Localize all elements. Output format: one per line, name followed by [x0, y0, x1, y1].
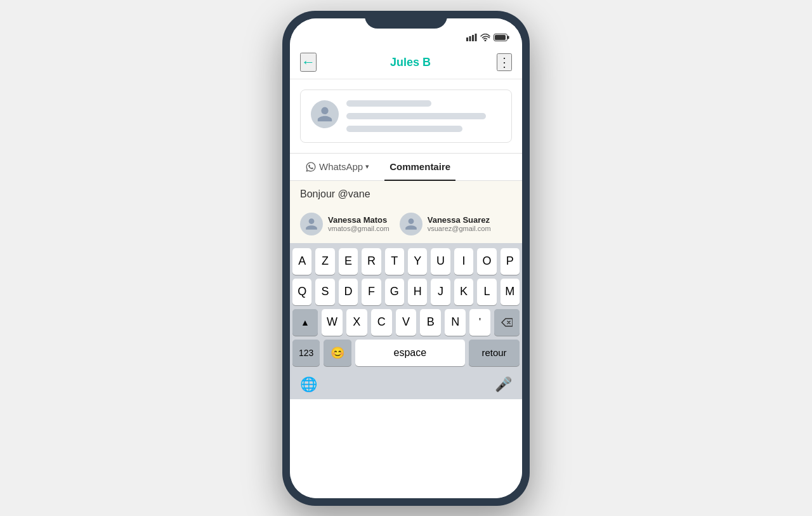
key-j[interactable]: J — [431, 279, 450, 305]
svg-rect-5 — [508, 36, 509, 39]
key-i[interactable]: I — [454, 248, 473, 275]
key-k[interactable]: K — [454, 279, 473, 305]
tabs-row: WhatsApp ▾ Commentaire — [290, 154, 522, 181]
key-p[interactable]: P — [501, 248, 520, 275]
phone-frame: ← Jules B ⋮ — [282, 11, 530, 506]
key-m[interactable]: M — [501, 279, 520, 305]
battery-icon — [494, 34, 509, 41]
signal-icon — [466, 34, 477, 41]
svg-rect-6 — [495, 35, 506, 40]
tab-whatsapp[interactable]: WhatsApp ▾ — [300, 154, 374, 180]
commentaire-tab-label: Commentaire — [390, 161, 450, 172]
key-q[interactable]: Q — [292, 279, 311, 305]
shift-key[interactable]: ▲ — [292, 309, 318, 336]
bottom-bar: 🌐 🎤 — [290, 373, 522, 399]
content-area: WhatsApp ▾ Commentaire Bonjour @vane — [290, 79, 522, 498]
key-o[interactable]: O — [477, 248, 496, 275]
header-title: Jules B — [324, 56, 497, 69]
keyboard-row-2: Q S D F G H J K L M — [292, 279, 520, 305]
emoji-key[interactable]: 😊 — [324, 340, 351, 366]
suggestion-vanessa-matos[interactable]: Vanessa Matos vmatos@gmail.com — [300, 213, 390, 235]
wifi-icon — [480, 34, 490, 41]
num-key[interactable]: 123 — [292, 340, 320, 366]
key-v[interactable]: V — [396, 309, 417, 336]
globe-icon[interactable]: 🌐 — [300, 376, 317, 393]
suggestion-vanessa-suarez[interactable]: Vanessa Suarez vsuarez@gmail.com — [400, 213, 491, 235]
key-d[interactable]: D — [339, 279, 358, 305]
svg-rect-2 — [472, 35, 474, 41]
chevron-down-icon: ▾ — [365, 162, 369, 171]
tab-commentaire[interactable]: Commentaire — [384, 154, 455, 181]
key-x[interactable]: X — [346, 309, 367, 336]
keyboard-row-4: 123 😊 espace retour — [292, 340, 520, 366]
key-u[interactable]: U — [431, 248, 450, 275]
tabs-section: WhatsApp ▾ Commentaire — [290, 154, 522, 181]
svg-rect-3 — [475, 34, 477, 41]
back-button[interactable]: ← — [300, 53, 317, 72]
suggestion-name-1: Vanessa Matos — [328, 215, 390, 225]
suggestion-avatar-2 — [400, 213, 422, 235]
space-key[interactable]: espace — [355, 340, 465, 366]
suggestion-info-1: Vanessa Matos vmatos@gmail.com — [328, 215, 390, 232]
preview-card — [300, 89, 512, 143]
input-text: Bonjour @vane — [300, 189, 370, 199]
skeleton-line-1 — [346, 100, 431, 107]
keyboard-row-3: ▲ W X C V B N ' — [292, 309, 520, 336]
phone-screen: ← Jules B ⋮ — [290, 18, 522, 498]
key-l[interactable]: L — [477, 279, 496, 305]
svg-rect-0 — [466, 37, 468, 41]
app-header: ← Jules B ⋮ — [290, 46, 522, 79]
key-c[interactable]: C — [371, 309, 392, 336]
key-t[interactable]: T — [385, 248, 404, 275]
key-apostrophe[interactable]: ' — [469, 309, 490, 336]
key-g[interactable]: G — [385, 279, 404, 305]
message-input-area[interactable]: Bonjour @vane — [290, 181, 522, 208]
skeleton-line-2 — [346, 113, 486, 119]
mention-suggestions: Vanessa Matos vmatos@gmail.com Vanessa S… — [290, 208, 522, 243]
key-a[interactable]: A — [292, 248, 311, 275]
keyboard: A Z E R T Y U I O P Q S D F G — [290, 243, 522, 373]
suggestion-email-2: vsuarez@gmail.com — [428, 225, 491, 232]
suggestion-email-1: vmatos@gmail.com — [328, 225, 390, 232]
key-w[interactable]: W — [322, 309, 343, 336]
key-n[interactable]: N — [445, 309, 466, 336]
mic-icon[interactable]: 🎤 — [495, 376, 512, 393]
suggestion-info-2: Vanessa Suarez vsuarez@gmail.com — [428, 215, 491, 232]
whatsapp-icon — [305, 161, 317, 173]
key-f[interactable]: F — [362, 279, 381, 305]
svg-rect-1 — [469, 36, 471, 41]
keyboard-row-1: A Z E R T Y U I O P — [292, 248, 520, 275]
more-button[interactable]: ⋮ — [497, 53, 512, 71]
notch — [365, 11, 447, 29]
key-s[interactable]: S — [315, 279, 334, 305]
contact-avatar — [311, 100, 339, 128]
suggestion-avatar-1 — [300, 213, 323, 235]
key-h[interactable]: H — [408, 279, 427, 305]
skeleton-content — [346, 100, 501, 132]
key-e[interactable]: E — [339, 248, 358, 275]
key-z[interactable]: Z — [315, 248, 334, 275]
suggestion-name-2: Vanessa Suarez — [428, 215, 491, 225]
key-y[interactable]: Y — [408, 248, 427, 275]
skeleton-line-3 — [346, 126, 462, 132]
status-icons — [466, 34, 509, 41]
message-preview — [290, 79, 522, 153]
return-key[interactable]: retour — [469, 340, 520, 366]
key-b[interactable]: B — [420, 309, 441, 336]
whatsapp-tab-label: WhatsApp — [319, 161, 363, 172]
delete-key[interactable] — [494, 309, 520, 336]
key-r[interactable]: R — [362, 248, 381, 275]
